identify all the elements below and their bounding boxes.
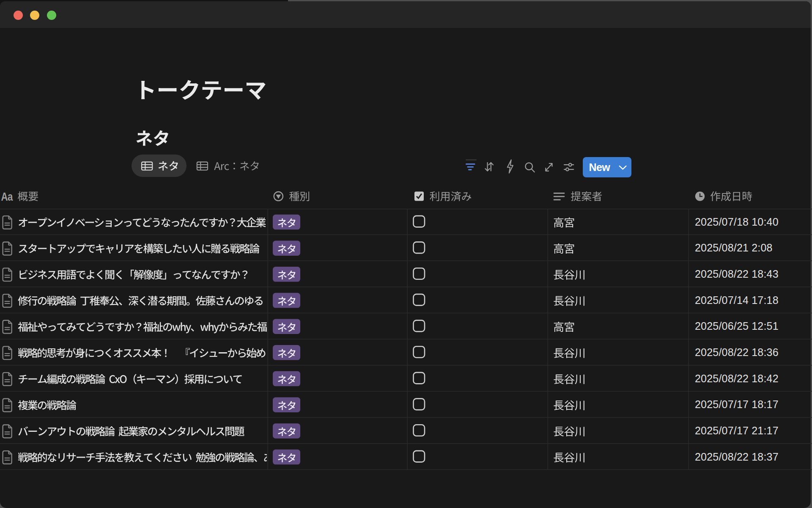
svg-text:2025/07/14 17:18: 2025/07/14 17:18 [695, 294, 779, 306]
svg-text:2025/08/22 18:37: 2025/08/22 18:37 [695, 451, 779, 463]
svg-text:2025/06/25 12:51: 2025/06/25 12:51 [695, 320, 779, 332]
svg-text:2025/08/22 18:43: 2025/08/22 18:43 [695, 268, 779, 280]
svg-text:New: New [589, 161, 611, 173]
svg-text:2025/08/22 18:42: 2025/08/22 18:42 [695, 373, 779, 384]
svg-text:2025/07/17 21:17: 2025/07/17 21:17 [695, 425, 779, 436]
svg-text:2025/08/21 2:08: 2025/08/21 2:08 [695, 242, 773, 254]
svg-text:2025/07/18 10:40: 2025/07/18 10:40 [695, 216, 779, 228]
svg-text:2025/08/22 18:36: 2025/08/22 18:36 [695, 346, 779, 358]
svg-text:2025/07/17 18:17: 2025/07/17 18:17 [695, 398, 779, 410]
svg-text:Aa: Aa [1, 190, 13, 203]
